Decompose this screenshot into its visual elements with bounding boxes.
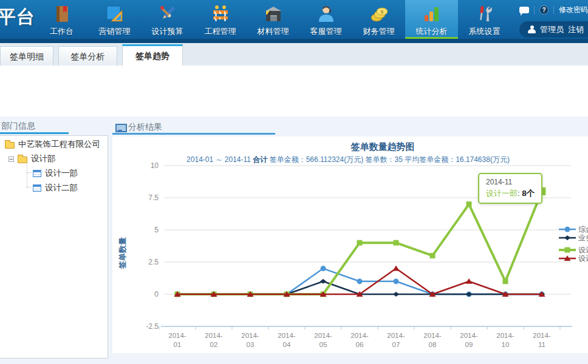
department-table-icon [33, 184, 41, 192]
svg-text:设计一部: 设计一部 [578, 246, 588, 254]
chart-tooltip: 2014-11 设计一部: 8个 [478, 173, 542, 204]
svg-text:2014-: 2014- [387, 332, 405, 339]
nav-material[interactable]: 材料管理 [247, 0, 299, 39]
divider [553, 6, 554, 14]
result-section-header: 分析结果 [115, 122, 162, 133]
warehouse-icon [247, 2, 299, 25]
divider [534, 6, 535, 14]
svg-text:06: 06 [356, 341, 364, 348]
header-divider-strip [0, 39, 588, 43]
message-icon[interactable] [519, 7, 529, 13]
svg-text:10: 10 [502, 341, 510, 348]
nav-statistics[interactable]: 统计分析 [405, 0, 458, 39]
svg-text:2014-: 2014- [314, 332, 332, 339]
result-title: 分析结果 [128, 122, 162, 133]
svg-text:09: 09 [465, 341, 473, 348]
section-underline [112, 133, 275, 135]
nav-system-settings[interactable]: 系统设置 [458, 0, 511, 39]
filter-panel: 分析类型 按部门 按个人 分析部门 业务部 设计部 预算部 含下级部门 分析趋势 [0, 66, 588, 116]
nav-label: 工程管理 [194, 26, 247, 37]
legend-item-0: 综合部 [559, 225, 588, 234]
tree-connector [27, 172, 32, 173]
tooltip-value: 8个 [522, 189, 535, 198]
tree-connector [27, 161, 27, 188]
topbar-quick-links: 修改密码 [519, 5, 588, 15]
monitor-icon [115, 124, 125, 132]
svg-text:2014-: 2014- [241, 332, 259, 339]
top-navigation-bar: 平台 工作台 营销管理 设计预算 [0, 0, 588, 39]
nav-engineering[interactable]: 工程管理 [194, 0, 247, 39]
user-icon [528, 25, 536, 33]
nav-finance[interactable]: $ 财务管理 [352, 0, 405, 39]
workbench-book-icon [35, 2, 88, 25]
tree-node-design-dept-2[interactable]: 设计二部 [33, 183, 78, 194]
svg-text:2014-: 2014- [460, 332, 478, 339]
user-name: 管理员 [540, 24, 564, 35]
svg-text:10: 10 [151, 161, 159, 170]
svg-text:04: 04 [283, 341, 291, 348]
trend-line-chart[interactable]: 签单数量趋势图2014-01 ～ 2014-11 合计 签单金额：566.112… [112, 136, 588, 353]
trend-chart-panel: 签单数量趋势图2014-01 ～ 2014-11 合计 签单金额：566.112… [112, 136, 588, 353]
folder-icon [18, 157, 27, 163]
chart-title: 签单数量趋势图 [350, 141, 415, 152]
svg-text:2014-: 2014- [350, 332, 369, 339]
svg-text:11: 11 [538, 341, 545, 348]
logout-link[interactable]: 注销 [568, 24, 584, 35]
department-info-title: 部门信息 [1, 121, 35, 132]
svg-text:05: 05 [320, 341, 327, 348]
svg-text:7.5: 7.5 [148, 194, 159, 202]
svg-text:2014-: 2014- [423, 332, 442, 339]
user-menu[interactable]: 管理员 注销 [519, 21, 588, 38]
help-icon[interactable] [539, 5, 549, 15]
tab-bar: 签单明细 签单分析 签单趋势 [0, 43, 588, 66]
svg-text:01: 01 [174, 341, 182, 348]
app-window: 平台 工作台 营销管理 设计预算 [0, 0, 588, 364]
svg-text:$: $ [380, 9, 383, 15]
main-nav: 工作台 营销管理 设计预算 工程管理 [35, 0, 511, 39]
tab-order-details[interactable]: 签单明细 [0, 46, 53, 66]
svg-text:03: 03 [247, 341, 255, 348]
svg-text:5: 5 [154, 226, 159, 234]
svg-text:2014-: 2014- [168, 332, 186, 339]
nav-label: 统计分析 [405, 26, 458, 37]
svg-text:2014-: 2014- [533, 332, 551, 339]
department-table-icon [33, 170, 41, 177]
tree-node-company[interactable]: 中艺装饰工程有限公司 [5, 139, 100, 150]
nav-label: 客服管理 [299, 26, 352, 37]
nav-workbench[interactable]: 工作台 [35, 0, 88, 39]
legend-item-3: 设计二部 [559, 254, 588, 263]
tree-node-design-dept[interactable]: 设计部 [9, 153, 56, 164]
pencil-brush-icon [141, 2, 194, 25]
svg-text:2.5: 2.5 [148, 258, 159, 266]
legend-item-2: 设计一部 [559, 246, 588, 254]
svg-text:02: 02 [210, 341, 218, 348]
svg-text:2014-: 2014- [205, 332, 223, 339]
tree-node-design-dept-1[interactable]: 设计一部 [33, 168, 78, 179]
nav-label: 营销管理 [88, 26, 141, 37]
nav-label: 工作台 [35, 26, 88, 37]
bar-chart-icon [405, 2, 458, 25]
tooltip-series-name: 设计一部 [486, 189, 518, 198]
collapse-icon[interactable] [9, 157, 14, 162]
section-underline [0, 132, 69, 134]
svg-text:08: 08 [429, 341, 437, 348]
tab-order-analysis[interactable]: 签单分析 [58, 46, 117, 66]
svg-text:-2.5: -2.5 [146, 322, 159, 331]
nav-label: 财务管理 [352, 26, 405, 37]
support-agent-icon [299, 2, 352, 25]
tools-icon [458, 2, 511, 25]
svg-text:业务部: 业务部 [578, 234, 588, 242]
chart-y-axis-label: 签单数量 [118, 237, 127, 269]
nav-label: 材料管理 [247, 26, 299, 37]
nav-customer-service[interactable]: 客服管理 [299, 0, 352, 39]
chart-subtitle: 2014-01 ～ 2014-11 合计 签单金额：566.112324(万元)… [186, 155, 510, 164]
coins-icon: $ [352, 2, 405, 25]
change-password-link[interactable]: 修改密码 [559, 5, 588, 15]
svg-text:综合部: 综合部 [578, 225, 588, 234]
construction-barrier-icon [194, 2, 247, 25]
nav-marketing[interactable]: 营销管理 [88, 0, 141, 39]
nav-label: 设计预算 [141, 26, 194, 37]
nav-design-budget[interactable]: 设计预算 [141, 0, 194, 39]
nav-label: 系统设置 [458, 26, 511, 37]
tab-order-trend[interactable]: 签单趋势 [122, 44, 183, 66]
